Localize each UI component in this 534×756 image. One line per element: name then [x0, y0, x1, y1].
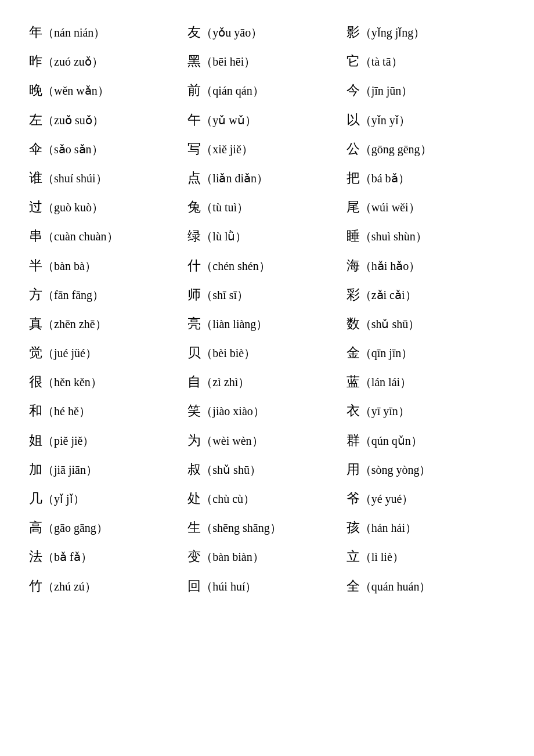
chinese-char: 方 [29, 287, 42, 302]
list-item: 尾（wúi wěi） [347, 198, 505, 217]
chinese-char: 左 [29, 113, 42, 127]
pinyin-text: （jué jüé） [42, 347, 97, 359]
pinyin-text: （lù lǜ） [201, 230, 247, 243]
list-item: 生（shēng shāng） [187, 519, 346, 537]
pinyin-text: （yé yué） [360, 492, 414, 505]
list-item: 昨（zuó zuǒ） [29, 52, 187, 71]
pinyin-text: （zhú zú） [42, 580, 96, 593]
chinese-char: 亮 [187, 316, 201, 331]
chinese-char: 写 [187, 142, 201, 156]
chinese-char: 把 [347, 171, 360, 185]
pinyin-text: （shuì shùn） [360, 230, 427, 243]
pinyin-text: （jiào xiào） [201, 405, 264, 417]
chinese-char: 很 [29, 375, 42, 389]
list-item: 高（gāo gāng） [29, 519, 187, 537]
pinyin-text: （bàn biàn） [201, 550, 264, 563]
list-item: 点（liǎn diǎn） [187, 169, 346, 188]
list-item: 公（gōng gēng） [347, 140, 505, 159]
list-item: 用（sòng yòng） [347, 460, 505, 479]
pinyin-text: （hán hái） [360, 521, 417, 534]
chinese-char: 黑 [187, 54, 201, 69]
chinese-char: 为 [187, 433, 201, 448]
list-item: 真（zhēn zhē） [29, 315, 187, 333]
list-item: 谁（shuí shúi） [29, 169, 187, 188]
chinese-char: 觉 [29, 345, 42, 360]
pinyin-text: （húi huí） [201, 580, 257, 593]
list-item: 叔（shǔ shū） [187, 460, 346, 479]
list-item: 加（jiā jiān） [29, 460, 187, 479]
chinese-char: 衣 [347, 404, 360, 418]
list-item: 姐（piě jiě） [29, 431, 187, 450]
pinyin-text: （liǎn diǎn） [201, 172, 268, 185]
pinyin-text: （quán huán） [360, 580, 431, 593]
pinyin-text: （gāo gāng） [42, 521, 108, 534]
pinyin-text: （wěn wǎn） [42, 84, 109, 97]
pinyin-text: （lì liè） [360, 550, 404, 563]
chinese-char: 孩 [347, 520, 360, 535]
list-item: 处（chù cù） [187, 489, 346, 508]
chinese-char: 处 [187, 491, 201, 506]
pinyin-text: （bá bǎ） [360, 172, 410, 185]
list-item: 孩（hán hái） [347, 519, 505, 537]
chinese-char: 真 [29, 316, 42, 331]
chinese-char: 数 [347, 316, 360, 331]
chinese-char: 生 [187, 520, 201, 535]
pinyin-text: （piě jiě） [42, 434, 94, 447]
list-item: 衣（yī yīn） [347, 402, 505, 420]
chinese-char: 前 [187, 83, 201, 98]
chinese-char: 兔 [187, 200, 201, 214]
chinese-char: 竹 [29, 579, 42, 593]
pinyin-text: （yǐng jǐng） [360, 26, 425, 39]
chinese-char: 睡 [347, 229, 360, 243]
chinese-char: 用 [347, 462, 360, 477]
chinese-char: 今 [347, 83, 360, 98]
list-item: 海（hǎi hǎo） [347, 257, 505, 275]
chinese-char: 高 [29, 520, 42, 535]
chinese-char: 群 [347, 433, 360, 448]
chinese-char: 自 [187, 375, 201, 389]
list-item: 伞（sǎo sǎn） [29, 140, 187, 159]
pinyin-text: （chén shén） [201, 260, 270, 272]
pinyin-text: （bēi hēi） [201, 55, 255, 68]
list-item: 过（guò kuò） [29, 198, 187, 217]
chinese-char: 蓝 [347, 375, 360, 389]
pinyin-text: （tà tā） [360, 55, 403, 68]
list-item: 立（lì liè） [347, 548, 505, 566]
chinese-char: 过 [29, 200, 42, 214]
pinyin-text: （nán nián） [42, 26, 105, 39]
pinyin-text: （zǎi cǎi） [360, 289, 417, 301]
pinyin-text: （qián qán） [201, 84, 264, 97]
list-item: 笑（jiào xiào） [187, 402, 346, 420]
pinyin-text: （hé hě） [42, 405, 91, 417]
chinese-char: 立 [347, 549, 360, 564]
list-item: 串（cuàn chuàn） [29, 227, 187, 246]
list-item: 方（fān fāng） [29, 286, 187, 304]
list-item: 今（jīn jūn） [347, 81, 505, 100]
list-item: 写（xiě jiě） [187, 140, 346, 159]
list-item: 以（yǐn yǐ） [347, 111, 505, 129]
pinyin-text: （liàn liàng） [201, 318, 268, 330]
pinyin-text: （zhēn zhē） [42, 318, 107, 330]
list-item: 影（yǐng jǐng） [347, 23, 505, 42]
list-item: 午（yǔ wǔ） [187, 111, 346, 129]
list-item: 师（shī sī） [187, 286, 346, 304]
pinyin-text: （jīn jūn） [360, 84, 413, 97]
chinese-char: 谁 [29, 171, 42, 185]
list-item: 兔（tù tuì） [187, 198, 346, 217]
pinyin-text: （bàn bà） [42, 260, 96, 272]
chinese-char: 半 [29, 258, 42, 273]
list-item: 自（zì zhì） [187, 373, 346, 391]
list-item: 觉（jué jüé） [29, 344, 187, 362]
pinyin-text: （yǒu yāo） [201, 26, 262, 39]
pinyin-text: （shī sī） [201, 289, 248, 301]
pinyin-text: （gōng gēng） [360, 143, 432, 156]
list-item: 亮（liàn liàng） [187, 315, 346, 333]
list-item: 爷（yé yué） [347, 489, 505, 508]
pinyin-text: （fān fāng） [42, 289, 104, 301]
list-item: 绿（lù lǜ） [187, 227, 346, 246]
chinese-char: 几 [29, 491, 42, 506]
chinese-char: 串 [29, 229, 42, 243]
list-item: 晚（wěn wǎn） [29, 81, 187, 100]
chinese-char: 海 [347, 258, 360, 273]
list-item: 为（wèi wèn） [187, 431, 346, 450]
